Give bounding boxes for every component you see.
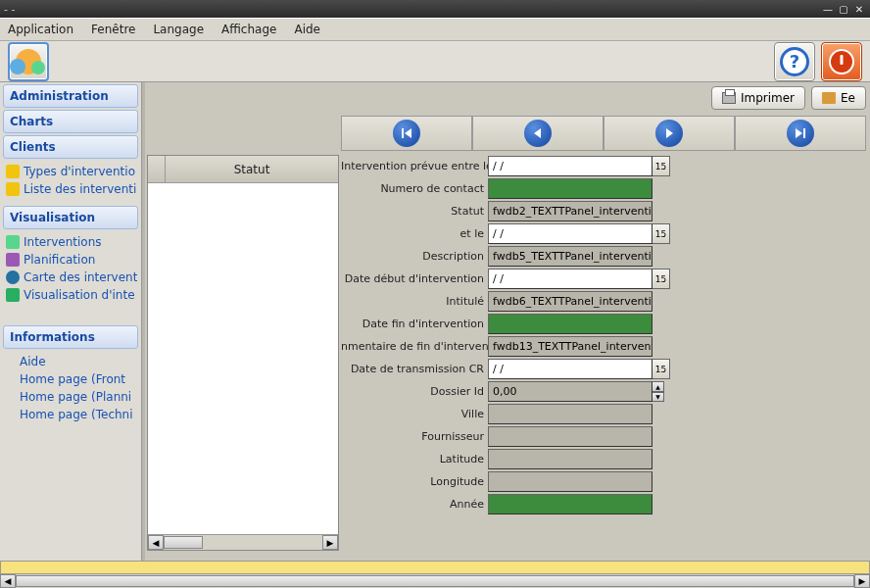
menu-langage[interactable]: Langage xyxy=(153,23,204,36)
power-icon xyxy=(829,49,854,74)
sidebar-head-visualisation[interactable]: Visualisation xyxy=(3,206,138,229)
grid-scrollbar[interactable]: ◀ ▶ xyxy=(148,534,338,550)
users-button[interactable] xyxy=(8,42,49,81)
form-field-1[interactable] xyxy=(488,178,652,199)
users-icon xyxy=(16,49,41,74)
form-field-10[interactable]: 0,00 xyxy=(488,381,652,402)
form-field-4[interactable]: fwdb5_TEXTTPanel_intervention_ xyxy=(488,246,652,267)
calendar-icon[interactable]: 15 xyxy=(652,359,670,379)
status-strip xyxy=(0,561,870,574)
sidebar-head-clients[interactable]: Clients xyxy=(3,135,138,159)
form-field-3[interactable]: / / xyxy=(488,223,652,244)
sidebar-item-home-techni[interactable]: Home page (Techni xyxy=(4,406,137,423)
titlebar: - - — ▢ ✕ xyxy=(0,0,870,18)
other-button[interactable]: Ee xyxy=(811,86,866,110)
form-field-14[interactable] xyxy=(488,471,652,492)
form-field-5[interactable]: / / xyxy=(488,269,652,289)
sidebar-item-home-planning[interactable]: Home page (Planni xyxy=(4,388,137,406)
window-title: - - xyxy=(4,3,15,16)
sidebar-head-charts[interactable]: Charts xyxy=(3,110,138,133)
list-icon xyxy=(6,182,20,196)
sidebar-item-label: Planification xyxy=(24,253,95,267)
sidebar-item-carte[interactable]: Carte des intervent xyxy=(4,269,137,286)
sidebar-item-label: Visualisation d'inte xyxy=(24,288,135,302)
window-hscroll[interactable]: ◀ ▶ xyxy=(0,574,870,588)
sidebar-item-label: Liste des interventi xyxy=(24,182,136,196)
form-field-2[interactable]: fwdb2_TEXTTPanel_intervention_ xyxy=(488,201,652,221)
form-label: Latitude xyxy=(341,453,488,466)
help-button[interactable]: ? xyxy=(774,42,815,81)
help-icon: ? xyxy=(780,47,809,76)
maximize-button[interactable]: ▢ xyxy=(837,3,850,15)
menu-aide[interactable]: Aide xyxy=(294,23,320,36)
scroll-left-button[interactable]: ◀ xyxy=(148,535,164,550)
sidebar-head-informations[interactable]: Informations xyxy=(3,325,138,349)
menu-application[interactable]: Application xyxy=(8,23,73,36)
form-field-12[interactable] xyxy=(488,426,652,447)
gears-icon xyxy=(6,235,20,249)
nav-next-button[interactable] xyxy=(655,120,683,147)
scroll-thumb[interactable] xyxy=(164,536,203,549)
form-label: nmentaire de fin d'intervention xyxy=(341,340,488,353)
scroll-thumb[interactable] xyxy=(16,575,854,587)
menubar: Application Fenêtre Langage Affichage Ai… xyxy=(0,18,870,41)
form-label: Intitulé xyxy=(341,295,488,308)
scroll-left-button[interactable]: ◀ xyxy=(0,574,16,588)
form-field-0[interactable]: / / xyxy=(488,156,652,176)
list-icon xyxy=(6,165,20,178)
nav-row xyxy=(341,116,866,151)
sidebar-item-liste-interventions[interactable]: Liste des interventi xyxy=(4,180,137,198)
close-button[interactable]: ✕ xyxy=(852,3,866,15)
calendar-icon[interactable]: 15 xyxy=(652,156,670,176)
nav-last-button[interactable] xyxy=(787,120,814,147)
form-field-6[interactable]: fwdb6_TEXTTPanel_intervention_ xyxy=(488,291,652,312)
menu-affichage[interactable]: Affichage xyxy=(221,23,276,36)
form-label: Ville xyxy=(341,408,488,420)
sidebar-head-administration[interactable]: Administration xyxy=(3,84,138,108)
nav-first-button[interactable] xyxy=(393,120,420,147)
calendar-icon[interactable]: 15 xyxy=(652,223,670,244)
sidebar-item-label: Interventions xyxy=(24,235,102,249)
sidebar-item-visualisation-inte[interactable]: Visualisation d'inte xyxy=(4,286,137,304)
form-label: Intervention prévue entre le xyxy=(341,160,488,172)
toolbar: ? xyxy=(0,41,870,82)
form-field-13[interactable] xyxy=(488,449,652,469)
nav-prev-button[interactable] xyxy=(524,120,552,147)
power-button[interactable] xyxy=(821,42,862,81)
form-label: Dossier Id xyxy=(341,385,488,398)
sidebar-item-label: Home page (Techni xyxy=(6,408,133,421)
form-field-7[interactable] xyxy=(488,314,652,334)
form-label: Date de transmission CR xyxy=(341,363,488,375)
folder-icon xyxy=(822,92,836,104)
sidebar-item-label: Types d'interventio xyxy=(24,165,135,178)
print-button[interactable]: Imprimer xyxy=(711,86,805,110)
form-field-8[interactable]: fwdb13_TEXTTPanel_intervention xyxy=(488,336,652,357)
grid-col-statut[interactable]: Statut xyxy=(166,156,338,183)
scroll-right-button[interactable]: ▶ xyxy=(854,574,870,588)
form-label: Description xyxy=(341,250,488,263)
other-label: Ee xyxy=(841,91,855,105)
form-field-9[interactable]: / / xyxy=(488,359,652,379)
sidebar-item-types-intervention[interactable]: Types d'interventio xyxy=(4,163,137,180)
scroll-right-button[interactable]: ▶ xyxy=(322,535,338,550)
form-label: Date fin d'intervention xyxy=(341,318,488,330)
printer-icon xyxy=(722,92,736,104)
sidebar-item-planification[interactable]: Planification xyxy=(4,251,137,269)
sidebar-item-label: Carte des intervent xyxy=(24,270,137,284)
sidebar-item-aide[interactable]: Aide xyxy=(4,353,137,370)
spinner-buttons[interactable]: ▲▼ xyxy=(652,381,664,402)
calendar-icon[interactable]: 15 xyxy=(652,269,670,289)
calendar-icon xyxy=(6,253,20,267)
menu-fenetre[interactable]: Fenêtre xyxy=(91,23,135,36)
form-field-15[interactable] xyxy=(488,494,652,514)
grid-body[interactable] xyxy=(148,183,338,534)
form-panel: Intervention prévue entre le/ /15Numero … xyxy=(341,155,866,551)
minimize-button[interactable]: — xyxy=(821,3,835,15)
sidebar-item-label: Aide xyxy=(6,355,46,368)
sidebar-item-interventions[interactable]: Interventions xyxy=(4,233,137,251)
form-label: Longitude xyxy=(341,475,488,488)
form-label: Fournisseur xyxy=(341,430,488,443)
form-field-11[interactable] xyxy=(488,404,652,424)
form-label: Année xyxy=(341,498,488,511)
sidebar-item-home-front[interactable]: Home page (Front xyxy=(4,370,137,388)
